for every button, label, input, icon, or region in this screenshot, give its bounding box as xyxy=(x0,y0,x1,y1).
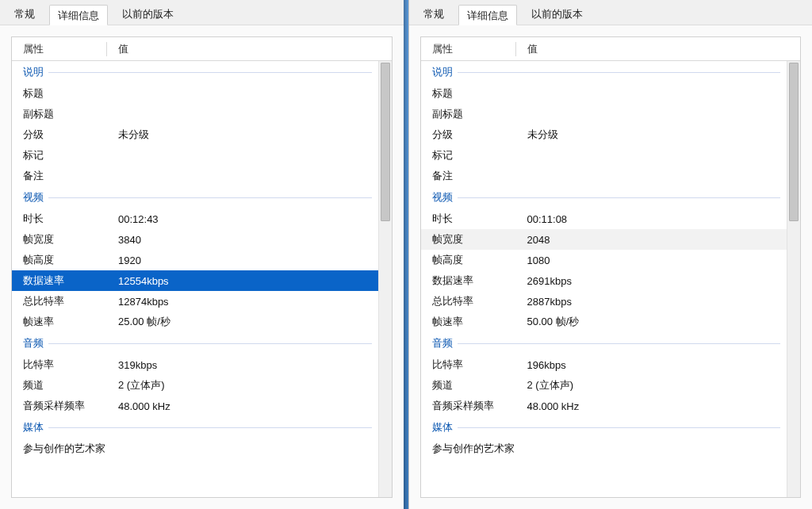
row-subtitle[interactable]: 副标题 xyxy=(12,104,378,124)
section-divider xyxy=(458,427,781,428)
row-frame-width[interactable]: 帧宽度3840 xyxy=(12,229,378,250)
tabs-bar: 常规 详细信息 以前的版本 xyxy=(0,0,404,25)
columns-header[interactable]: 属性 值 xyxy=(421,37,801,61)
row-sample-rate[interactable]: 音频采样频率48.000 kHz xyxy=(421,396,787,416)
section-divider xyxy=(48,427,372,428)
section-description: 说明 xyxy=(12,61,378,83)
row-rating[interactable]: 分级未分级 xyxy=(421,124,787,145)
section-divider xyxy=(48,197,372,198)
row-frame-width[interactable]: 帧宽度2048 xyxy=(421,229,787,250)
row-artists[interactable]: 参与创作的艺术家 xyxy=(421,438,787,459)
column-attribute[interactable]: 属性 xyxy=(421,42,516,56)
row-tag[interactable]: 标记 xyxy=(421,145,787,166)
row-rating[interactable]: 分级未分级 xyxy=(12,124,378,145)
row-data-rate[interactable]: 数据速率2691kbps xyxy=(421,270,787,291)
row-sample-rate[interactable]: 音频采样频率48.000 kHz xyxy=(12,396,378,416)
row-channels[interactable]: 频道2 (立体声) xyxy=(421,375,787,396)
row-channels[interactable]: 频道2 (立体声) xyxy=(12,375,378,396)
row-total-bitrate[interactable]: 总比特率2887kbps xyxy=(421,291,787,312)
section-divider xyxy=(48,72,372,73)
tab-details[interactable]: 详细信息 xyxy=(49,5,108,25)
row-bitrate[interactable]: 比特率319kbps xyxy=(12,354,378,375)
section-audio: 音频 xyxy=(12,332,378,354)
section-media: 媒体 xyxy=(12,416,378,438)
column-value[interactable]: 值 xyxy=(107,42,392,56)
row-frame-rate[interactable]: 帧速率50.00 帧/秒 xyxy=(421,312,787,332)
section-audio: 音频 xyxy=(421,332,787,354)
details-frame: 属性 值 说明 标题 副标题 分级未分级 标记 备注 xyxy=(11,36,393,498)
row-length[interactable]: 时长00:11:08 xyxy=(421,209,787,229)
section-divider xyxy=(458,197,781,198)
row-data-rate[interactable]: 数据速率12554kbps xyxy=(12,270,378,291)
tab-general[interactable]: 常规 xyxy=(416,4,452,25)
section-divider xyxy=(458,72,781,73)
section-divider xyxy=(458,343,781,344)
vertical-scrollbar[interactable] xyxy=(787,61,800,497)
scrollbar-thumb[interactable] xyxy=(381,63,390,221)
tab-general[interactable]: 常规 xyxy=(6,4,43,25)
row-bitrate[interactable]: 比特率196kbps xyxy=(421,354,787,375)
details-list[interactable]: 说明 标题 副标题 分级未分级 标记 备注 视频 时长00:11:08 xyxy=(421,61,787,497)
row-subtitle[interactable]: 副标题 xyxy=(421,104,787,124)
tab-previous-versions[interactable]: 以前的版本 xyxy=(114,4,182,25)
row-title[interactable]: 标题 xyxy=(12,83,378,104)
section-media: 媒体 xyxy=(421,416,787,438)
row-note[interactable]: 备注 xyxy=(421,166,787,186)
section-description: 说明 xyxy=(421,61,787,83)
vertical-scrollbar[interactable] xyxy=(378,61,392,497)
section-video: 视频 xyxy=(421,186,787,209)
row-tag[interactable]: 标记 xyxy=(12,145,378,166)
tab-previous-versions[interactable]: 以前的版本 xyxy=(523,4,591,25)
row-length[interactable]: 时长00:12:43 xyxy=(12,209,378,229)
row-title[interactable]: 标题 xyxy=(421,83,787,104)
tabs-bar: 常规 详细信息 以前的版本 xyxy=(409,0,813,25)
properties-panel-right: 常规 详细信息 以前的版本 属性 值 说明 标题 副标题 xyxy=(408,0,813,509)
scrollbar-thumb[interactable] xyxy=(789,63,799,221)
column-attribute[interactable]: 属性 xyxy=(12,42,107,56)
row-frame-rate[interactable]: 帧速率25.00 帧/秒 xyxy=(12,312,378,332)
columns-header[interactable]: 属性 值 xyxy=(12,37,392,61)
row-note[interactable]: 备注 xyxy=(12,166,378,186)
column-value[interactable]: 值 xyxy=(516,42,801,56)
row-artists[interactable]: 参与创作的艺术家 xyxy=(12,438,378,459)
row-frame-height[interactable]: 帧高度1920 xyxy=(12,250,378,270)
row-frame-height[interactable]: 帧高度1080 xyxy=(421,250,787,270)
section-video: 视频 xyxy=(12,186,378,209)
properties-panel-left: 常规 详细信息 以前的版本 属性 值 说明 标题 副标题 xyxy=(0,0,404,509)
details-frame: 属性 值 说明 标题 副标题 分级未分级 标记 备注 xyxy=(420,36,802,498)
tab-details[interactable]: 详细信息 xyxy=(458,5,517,25)
row-total-bitrate[interactable]: 总比特率12874kbps xyxy=(12,291,378,312)
section-divider xyxy=(48,343,372,344)
details-list[interactable]: 说明 标题 副标题 分级未分级 标记 备注 视频 时长00:12:43 xyxy=(12,61,378,497)
